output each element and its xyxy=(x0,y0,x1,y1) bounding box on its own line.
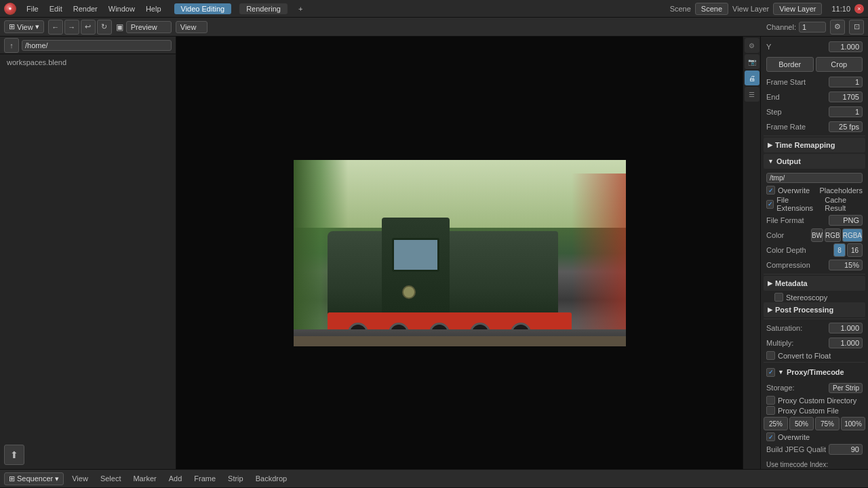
menu-file[interactable]: File xyxy=(22,3,43,14)
editor-icon: ⊞ xyxy=(9,22,15,31)
proxy-custom-file-label: Proxy Custom File xyxy=(778,407,839,415)
proxy-timecode-checkbox[interactable] xyxy=(766,368,775,377)
proxy-custom-dir-label: Proxy Custom Directory xyxy=(778,396,856,405)
use-timecode-label: Use timecode Index: xyxy=(766,461,863,468)
storage-label: Storage: xyxy=(766,384,826,392)
metadata-label: Metadata xyxy=(775,279,808,287)
compression-label: Compression xyxy=(766,261,826,269)
file-format-value[interactable]: PNG xyxy=(829,215,863,226)
crop-btn[interactable]: Crop xyxy=(816,57,863,72)
seq-menu-strip[interactable]: Strip xyxy=(224,473,248,484)
border-btn[interactable]: Border xyxy=(766,57,814,72)
storage-value[interactable]: Per Strip xyxy=(829,383,863,393)
file-path-input[interactable] xyxy=(22,40,172,51)
proxy-custom-dir-row: Proxy Custom Directory xyxy=(764,395,865,405)
channel-group: Channel: xyxy=(766,22,826,33)
preview-select[interactable]: Preview xyxy=(126,21,172,33)
top-bar: ● File Edit Render Window Help Video Edi… xyxy=(0,0,868,18)
add-workspace[interactable]: + xyxy=(293,3,308,14)
scene-value[interactable]: Scene xyxy=(695,3,728,15)
seq-menu-backdrop[interactable]: Backdrop xyxy=(252,473,291,484)
view-select[interactable]: View xyxy=(176,21,208,33)
time-remapping-header[interactable]: ▶ Time Remapping xyxy=(764,138,865,152)
workspace-tab-rendering[interactable]: Rendering xyxy=(239,3,288,14)
view-btn-1[interactable]: ← xyxy=(48,20,63,35)
color-rgb-btn[interactable]: RGB xyxy=(825,228,841,242)
seq-menu-marker[interactable]: Marker xyxy=(129,473,160,484)
metadata-header[interactable]: ▶ Metadata xyxy=(764,276,865,291)
menu-window[interactable]: Window xyxy=(104,3,140,14)
arrow-icon: ▶ xyxy=(768,142,772,148)
view-layer-label: View Layer xyxy=(732,5,769,13)
post-processing-header[interactable]: ▶ Post Processing xyxy=(764,302,865,317)
color-rgba-btn[interactable]: RGBA xyxy=(842,228,863,242)
view-btn-4[interactable]: ↻ xyxy=(97,20,112,35)
frame-rate-label: Frame Rate xyxy=(766,123,826,131)
file-browser-header: ↑ xyxy=(0,37,176,54)
file-up-btn[interactable]: ↑ xyxy=(4,38,19,53)
prop-icon-scene[interactable]: ⚙ xyxy=(745,38,760,53)
frame-end-value[interactable]: 1705 xyxy=(829,92,863,102)
menu-edit[interactable]: Edit xyxy=(45,3,67,14)
view-layer-value[interactable]: View Layer xyxy=(773,3,822,15)
train-window xyxy=(392,238,439,272)
file-extensions-row: File Extensions Cache Result xyxy=(764,195,865,213)
compression-value[interactable]: 15% xyxy=(829,260,863,270)
prop-icon-view[interactable]: ☰ xyxy=(745,87,760,102)
color-depth-16-btn[interactable]: 16 xyxy=(847,243,863,257)
workspace-tab-video-editing[interactable]: Video Editing xyxy=(174,3,232,14)
seq-menu-frame[interactable]: Frame xyxy=(190,473,220,484)
pct-75-btn[interactable]: 75% xyxy=(815,417,840,430)
color-depth-8-btn[interactable]: 8 xyxy=(833,243,846,257)
view-btn-group: ← → ↩ ↻ xyxy=(48,20,112,35)
seq-menu-select[interactable]: Select xyxy=(96,473,125,484)
convert-float-checkbox[interactable] xyxy=(766,351,775,360)
left-panel: ↑ workspaces.blend ⬆ xyxy=(0,37,176,469)
fullscreen-btn[interactable]: ⊡ xyxy=(849,20,864,35)
settings-btn[interactable]: ⚙ xyxy=(830,20,845,35)
channel-input[interactable] xyxy=(799,22,826,33)
editor-type-select[interactable]: ⊞ View ▾ xyxy=(4,20,44,33)
prop-icon-output[interactable]: 🖨 xyxy=(745,70,760,85)
output-path[interactable]: /tmp/ xyxy=(766,173,863,183)
color-label: Color xyxy=(766,231,808,239)
sequencer-type-select[interactable]: ⊞ Sequencer ▾ xyxy=(4,472,64,485)
pct-25-btn[interactable]: 25% xyxy=(764,417,788,430)
proxy-file-checkbox[interactable] xyxy=(766,406,775,415)
overwrite2-checkbox[interactable] xyxy=(766,432,775,441)
jpeg-quality-value[interactable]: 90 xyxy=(829,444,863,455)
stereoscopy-checkbox[interactable] xyxy=(774,293,783,302)
close-button[interactable]: × xyxy=(854,4,864,14)
frame-start-value[interactable]: 1 xyxy=(829,77,863,87)
menu-render[interactable]: Render xyxy=(68,3,102,14)
pct-row: 25% 50% 75% 100% xyxy=(764,417,865,430)
file-extensions-label: File Extensions xyxy=(776,196,819,212)
separator-4 xyxy=(764,362,865,363)
pct-100-btn[interactable]: 100% xyxy=(841,417,865,430)
pct-50-btn[interactable]: 50% xyxy=(789,417,814,430)
blender-logo: ● xyxy=(4,3,16,15)
proxy-timecode-label[interactable]: ▼ Proxy/Timecode xyxy=(778,365,863,380)
y-value[interactable]: 1.000 xyxy=(829,41,863,52)
top-right: Scene Scene View Layer View Layer 11:10 … xyxy=(670,3,864,15)
view-btn-2[interactable]: → xyxy=(64,20,79,35)
seq-menu-view[interactable]: View xyxy=(68,473,92,484)
proxy-dir-checkbox[interactable] xyxy=(766,396,775,405)
seq-menu-add[interactable]: Add xyxy=(165,473,186,484)
saturation-value[interactable]: 1.000 xyxy=(829,323,863,333)
prop-icon-render[interactable]: 📷 xyxy=(745,54,760,69)
frame-step-value[interactable]: 1 xyxy=(829,106,863,117)
file-extensions-checkbox[interactable] xyxy=(766,200,774,209)
bookmark-up-btn[interactable]: ⬆ xyxy=(4,445,24,465)
color-bw-btn[interactable]: BW xyxy=(811,228,823,242)
gravel xyxy=(294,336,626,346)
file-item-workspace[interactable]: workspaces.blend xyxy=(3,57,173,68)
menu-help[interactable]: Help xyxy=(141,3,166,14)
post-proc-arrow: ▶ xyxy=(768,306,772,313)
view-btn-3[interactable]: ↩ xyxy=(81,20,96,35)
overwrite-checkbox[interactable] xyxy=(766,186,775,195)
frame-rate-value[interactable]: 25 fps xyxy=(829,121,863,132)
output-header[interactable]: ▼ Output xyxy=(764,154,865,169)
multiply-value[interactable]: 1.000 xyxy=(829,338,863,348)
color-depth-buttons: 8 16 xyxy=(833,243,863,257)
